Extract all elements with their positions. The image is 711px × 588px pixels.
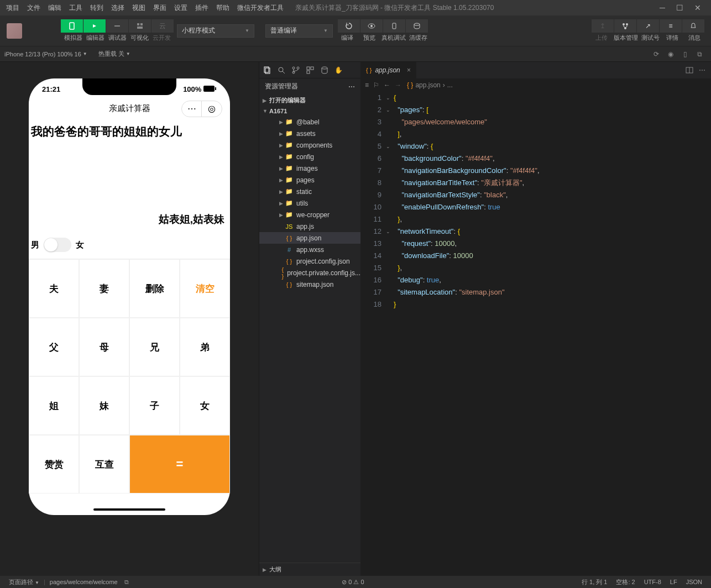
menu-设置[interactable]: 设置	[170, 4, 191, 12]
key-兄[interactable]: 兄	[129, 318, 180, 376]
avatar[interactable]	[7, 23, 22, 39]
compile-dropdown[interactable]: 普通编译▼	[265, 24, 333, 38]
key-母[interactable]: 母	[79, 318, 129, 376]
key-删除[interactable]: 删除	[129, 259, 180, 318]
tree-utils[interactable]: ▶📁utils	[259, 197, 360, 209]
key-赞赏[interactable]: 赞赏	[29, 435, 79, 494]
extensions-icon[interactable]	[306, 66, 315, 75]
code-editor[interactable]: 123456789101112131415161718 ⌄⌄ ⌄ ⌄ { "pa…	[360, 92, 711, 576]
tree-project.config.json[interactable]: { }project.config.json	[259, 255, 360, 267]
key-妹[interactable]: 妹	[79, 376, 129, 435]
split-icon[interactable]	[686, 66, 693, 74]
key-弟[interactable]: 弟	[180, 318, 230, 376]
details-button[interactable]: ≡	[660, 19, 682, 33]
capsule-button[interactable]: ⋯◎	[181, 101, 222, 117]
menu-转到[interactable]: 转到	[86, 4, 107, 12]
key-姐[interactable]: 姐	[29, 376, 79, 435]
key-子[interactable]: 子	[129, 376, 180, 435]
compile-button[interactable]	[338, 19, 360, 33]
key-=[interactable]: =	[129, 435, 230, 494]
tree-components[interactable]: ▶📁components	[259, 139, 360, 151]
version-button[interactable]	[614, 19, 636, 33]
maximize-icon[interactable]: ☐	[676, 3, 683, 12]
menu-选择[interactable]: 选择	[107, 4, 128, 12]
editor-button[interactable]	[83, 19, 106, 33]
popout-icon[interactable]: ⧉	[692, 47, 707, 61]
forward-icon[interactable]: →	[395, 81, 401, 89]
encoding[interactable]: UTF-8	[644, 579, 661, 585]
visual-button[interactable]	[129, 19, 151, 33]
tab-close-icon[interactable]: ×	[407, 66, 411, 74]
notifications-button[interactable]	[682, 19, 704, 33]
errors[interactable]: ⊘ 0 ⚠ 0	[342, 579, 364, 586]
menu-界面[interactable]: 界面	[149, 4, 170, 12]
tree-app.wxss[interactable]: #app.wxss	[259, 244, 360, 255]
tree-pages[interactable]: ▶📁pages	[259, 174, 360, 186]
refresh-icon[interactable]: ⟳	[649, 47, 663, 61]
tree-we-cropper[interactable]: ▶📁we-cropper	[259, 209, 360, 221]
minimize-icon[interactable]: ─	[660, 3, 665, 12]
tree-project.private.config.js...[interactable]: { }project.private.config.js...	[259, 267, 360, 279]
menu-插件[interactable]: 插件	[191, 4, 212, 12]
menu-工具[interactable]: 工具	[65, 4, 86, 12]
eol[interactable]: LF	[670, 579, 677, 585]
tree-assets[interactable]: ▶📁assets	[259, 128, 360, 139]
test-id-button[interactable]: ↗	[637, 19, 659, 33]
key-清空[interactable]: 清空	[180, 259, 230, 318]
simulator-button[interactable]	[61, 19, 83, 33]
tab-more-icon[interactable]: ⋯	[699, 66, 705, 74]
menu-文件[interactable]: 文件	[23, 4, 44, 12]
tree-sitemap.json[interactable]: { }sitemap.json	[259, 279, 360, 290]
project-root[interactable]: ▼A1671	[259, 106, 360, 116]
menu-dots-icon[interactable]: ⋯	[182, 101, 202, 117]
bookmark-icon[interactable]: ⚐	[373, 81, 379, 89]
cloud-button[interactable]: 云	[151, 19, 174, 33]
tab-app-json[interactable]: { } app.json ×	[360, 62, 417, 78]
tree-app.js[interactable]: JSapp.js	[259, 221, 360, 232]
target-icon[interactable]: ◎	[202, 101, 222, 117]
menu-视图[interactable]: 视图	[128, 4, 149, 12]
debugger-button[interactable]	[106, 19, 128, 33]
key-夫[interactable]: 夫	[29, 259, 79, 318]
menu-微信开发者工具[interactable]: 微信开发者工具	[233, 4, 287, 12]
record-icon[interactable]: ◉	[663, 47, 678, 61]
preview-button[interactable]	[360, 19, 383, 33]
tree-static[interactable]: ▶📁static	[259, 186, 360, 197]
device-selector[interactable]: iPhone 12/13 (Pro) 100% 16▼	[4, 51, 87, 57]
phone-icon[interactable]: ▯	[678, 47, 692, 61]
tree-images[interactable]: ▶📁images	[259, 162, 360, 174]
files-icon[interactable]	[263, 66, 271, 75]
page-path[interactable]: 页面路径 ▼	[9, 578, 39, 586]
tree-@babel[interactable]: ▶📁@babel	[259, 116, 360, 128]
back-icon[interactable]: ←	[384, 81, 390, 89]
menu-项目[interactable]: 项目	[2, 4, 23, 12]
key-女[interactable]: 女	[180, 376, 230, 435]
clear-cache-button[interactable]	[406, 19, 428, 33]
more-icon[interactable]: ⋯	[348, 83, 355, 91]
list-icon[interactable]: ≡	[365, 81, 369, 89]
copy-icon[interactable]: ⧉	[124, 579, 129, 586]
mode-dropdown[interactable]: 小程序模式▼	[177, 24, 254, 38]
gender-toggle[interactable]	[44, 238, 71, 252]
search-icon[interactable]	[277, 66, 286, 75]
indent[interactable]: 空格: 2	[616, 578, 635, 586]
branch-icon[interactable]	[291, 66, 300, 75]
open-editors-section[interactable]: ▶打开的编辑器	[259, 95, 360, 106]
outline-section[interactable]: ▶大纲	[259, 563, 360, 576]
db-icon[interactable]	[320, 66, 329, 75]
key-父[interactable]: 父	[29, 318, 79, 376]
close-icon[interactable]: ✕	[694, 3, 701, 12]
key-妻[interactable]: 妻	[79, 259, 129, 318]
hand-icon[interactable]: ✋	[334, 66, 343, 74]
menu-帮助[interactable]: 帮助	[212, 4, 233, 12]
menu-编辑[interactable]: 编辑	[44, 4, 65, 12]
tree-config[interactable]: ▶📁config	[259, 151, 360, 162]
remote-debug-button[interactable]	[383, 19, 405, 33]
hot-reload-toggle[interactable]: 热重载 关▼	[98, 50, 130, 58]
upload-button[interactable]: ↥	[592, 19, 614, 33]
language[interactable]: JSON	[686, 579, 702, 585]
cursor-pos[interactable]: 行 1, 列 1	[582, 578, 607, 586]
home-indicator[interactable]	[93, 508, 165, 511]
key-互查[interactable]: 互查	[79, 435, 129, 494]
tree-app.json[interactable]: { }app.json	[259, 232, 360, 244]
